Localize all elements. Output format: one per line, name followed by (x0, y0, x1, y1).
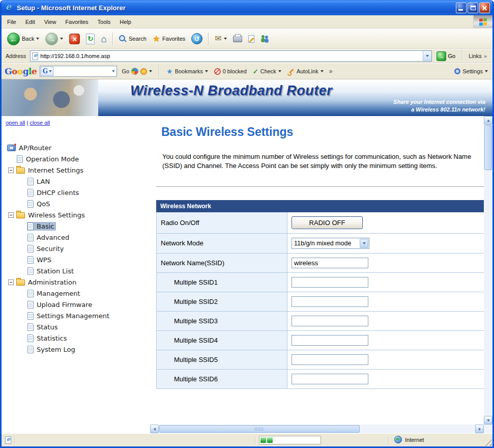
menu-help[interactable]: Help (115, 15, 136, 28)
spellcheck-button[interactable]: Check (251, 67, 283, 76)
collapse-icon[interactable] (8, 212, 14, 218)
tree-item-operation-mode[interactable]: Operation Mode (6, 153, 150, 164)
tree-item-wps[interactable]: WPS (6, 254, 150, 265)
chevron-down-icon[interactable] (360, 239, 368, 248)
document-icon (17, 155, 23, 163)
links-menu[interactable]: Links » (468, 53, 490, 59)
stop-icon (69, 34, 80, 44)
selected-option: 11b/g/n mixed mode (294, 240, 351, 247)
tree-item-lan[interactable]: LAN (6, 176, 150, 187)
row-label: Multiple SSID4 (157, 330, 287, 350)
radio-onoff-button[interactable]: RADIO OFF (292, 216, 363, 229)
folder-icon (16, 212, 25, 218)
tree-item-system-log[interactable]: System Log (6, 344, 150, 355)
resize-grip[interactable] (485, 439, 492, 446)
menu-tools[interactable]: Tools (93, 15, 115, 28)
google-search-input[interactable] (54, 67, 112, 76)
tree-item-internet-settings[interactable]: Internet Settings (6, 164, 150, 176)
forward-button[interactable] (43, 32, 66, 46)
open-all-link[interactable]: open all (6, 120, 25, 126)
close-all-link[interactable]: close all (30, 120, 50, 126)
google-settings-button[interactable]: Settings (453, 67, 489, 75)
menu-view[interactable]: View (40, 15, 61, 28)
ssid-input[interactable] (292, 258, 368, 268)
globe-icon (394, 436, 402, 443)
close-button[interactable] (479, 3, 490, 13)
bookmarks-button[interactable]: Bookmarks (165, 67, 210, 76)
tree-item-wireless-settings[interactable]: Wireless Settings (6, 209, 150, 220)
google-go-button[interactable]: Go (120, 67, 154, 76)
multiple-ssid6-input[interactable] (292, 374, 368, 384)
maximize-button[interactable] (468, 3, 478, 13)
print-button[interactable] (230, 35, 245, 43)
popup-blocker-button[interactable]: 0 blocked (213, 67, 248, 76)
favorites-button[interactable]: Favorites (150, 34, 188, 44)
tree-item-status[interactable]: Status (6, 321, 150, 332)
scroll-right-button[interactable] (475, 425, 484, 433)
multiple-ssid4-input[interactable] (292, 335, 368, 346)
multiple-ssid2-input[interactable] (292, 296, 368, 307)
search-button[interactable]: Search (117, 34, 149, 44)
mail-button[interactable] (212, 34, 229, 44)
document-icon (27, 200, 34, 208)
chevron-down-icon (149, 70, 152, 72)
edit-button[interactable] (246, 34, 257, 44)
tree-item-upload-firmware[interactable]: Upload Firmware (6, 299, 150, 310)
tree-item-qos[interactable]: QoS (6, 198, 150, 209)
google-g-menu-icon[interactable] (41, 67, 53, 76)
address-input[interactable]: http://192.168.0.1/home.asp (30, 50, 431, 62)
title-bar[interactable]: Setup - Microsoft Internet Explorer (2, 0, 492, 15)
vertical-scrollbar[interactable] (484, 116, 492, 425)
multiple-ssid3-input[interactable] (292, 316, 368, 326)
tree-item-ap-router[interactable]: AP/Router (6, 142, 150, 153)
tree-item-dhcp-clients[interactable]: DHCP clients (6, 187, 150, 198)
tree-item-settings-management[interactable]: Settings Management (6, 310, 150, 321)
settings-icon (454, 68, 460, 74)
vertical-scrollbar-thumb[interactable] (484, 125, 492, 170)
arrow-down-icon (487, 419, 490, 422)
table-row-multiple-ssid4: Multiple SSID4 (157, 330, 484, 350)
tree-item-statistics[interactable]: Statistics (6, 332, 150, 344)
tree-item-administration[interactable]: Administration (6, 276, 150, 288)
tree-item-management[interactable]: Management (6, 288, 150, 299)
multiple-ssid5-input[interactable] (292, 354, 368, 365)
messenger-button[interactable] (258, 34, 272, 44)
network-mode-select[interactable]: 11b/g/n mixed mode (292, 238, 369, 249)
popup-blocked-icon (214, 68, 221, 75)
document-icon (27, 222, 34, 230)
autolink-button[interactable]: AutoLink (286, 67, 325, 76)
menu-edit[interactable]: Edit (21, 15, 40, 28)
stop-button[interactable] (67, 33, 82, 45)
table-row-ssid: Network Name(SSID) (157, 253, 484, 272)
chevron-down-icon[interactable] (112, 70, 115, 72)
table-row-radio: Radio On/Off RADIO OFF (157, 212, 484, 233)
horizontal-scrollbar-thumb[interactable] (159, 425, 360, 433)
tree-item-station-list[interactable]: Station List (6, 265, 150, 276)
overflow-chevron[interactable]: » (328, 68, 334, 75)
horizontal-scrollbar[interactable] (150, 425, 484, 433)
collapse-icon[interactable] (8, 167, 14, 173)
tree-item-basic[interactable]: Basic (6, 220, 150, 232)
refresh-button[interactable] (83, 33, 97, 45)
back-button[interactable]: Back (5, 32, 42, 46)
tree-item-security[interactable]: Security (6, 243, 150, 254)
address-dropdown-button[interactable] (423, 51, 431, 61)
scroll-left-button[interactable] (150, 425, 159, 433)
menu-favorites[interactable]: Favorites (61, 15, 93, 28)
google-search-box[interactable] (40, 66, 117, 77)
history-button[interactable] (189, 32, 205, 45)
collapse-icon[interactable] (8, 279, 14, 285)
toolbar-separator (208, 33, 209, 45)
scroll-up-button[interactable] (484, 116, 492, 125)
multiple-ssid1-input[interactable] (292, 277, 368, 288)
row-label: Network Mode (157, 233, 287, 253)
row-label: Multiple SSID5 (157, 350, 287, 369)
go-button[interactable]: Go (434, 51, 458, 62)
home-button[interactable] (98, 33, 109, 45)
menu-bar: File Edit View Favorites Tools Help (2, 15, 492, 29)
scroll-down-button[interactable] (484, 416, 492, 425)
minimize-button[interactable] (456, 3, 467, 13)
row-label: Multiple SSID1 (157, 272, 287, 292)
menu-file[interactable]: File (3, 15, 21, 28)
tree-item-advanced[interactable]: Advanced (6, 232, 150, 243)
